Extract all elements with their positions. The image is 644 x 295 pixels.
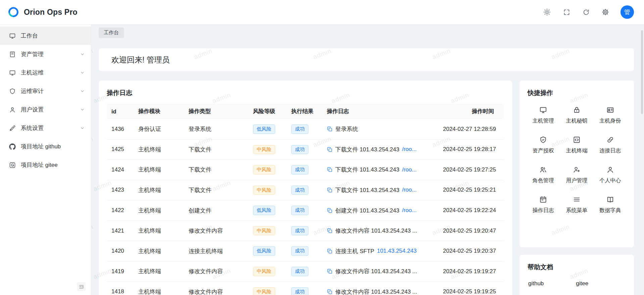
- help-link-github[interactable]: github: [528, 280, 544, 287]
- settings-gear-icon[interactable]: [601, 8, 610, 16]
- copy-icon[interactable]: [327, 268, 333, 274]
- cell-type: 下载文件: [184, 180, 248, 200]
- user-icon: [9, 106, 16, 113]
- main-area: 工作台 adminadminadminadminadminadminadmina…: [91, 24, 644, 295]
- refresh-icon[interactable]: [582, 8, 590, 16]
- copy-icon[interactable]: [327, 187, 333, 193]
- tool-icon: [9, 125, 16, 132]
- cell-time: 2024-02-25 19:22:24: [438, 200, 504, 221]
- column-header-type: 操作类型: [184, 104, 248, 119]
- cell-risk: 中风险: [248, 139, 287, 160]
- quick-action-host-identity[interactable]: 主机身份: [594, 106, 626, 125]
- cell-time: 2024-02-25 19:27:25: [438, 160, 504, 180]
- top-bar: Orion Ops Pro 管: [0, 0, 644, 24]
- sidebar-item-assets[interactable]: 资产管理: [0, 45, 91, 63]
- theme-icon[interactable]: [543, 8, 551, 16]
- copy-icon[interactable]: [327, 248, 333, 254]
- quick-action-data-dict[interactable]: 数据字典: [594, 196, 626, 214]
- quick-action-role-manage[interactable]: 角色管理: [528, 166, 559, 184]
- quick-actions-grid: 主机管理 主机秘钥 主机身份: [528, 97, 626, 214]
- cell-log: 连接主机 SFTP 101.43.254.243: [322, 241, 438, 261]
- team-icon: [539, 166, 547, 174]
- sidebar-collapse-icon[interactable]: [77, 282, 86, 291]
- risk-badge: 中风险: [253, 226, 275, 236]
- sidebar-item-workbench[interactable]: 工作台: [0, 27, 91, 45]
- quick-action-host-manage[interactable]: 主机管理: [528, 106, 559, 125]
- column-header-id: id: [107, 104, 134, 119]
- sidebar-item-audit[interactable]: 运维审计: [0, 82, 91, 100]
- sidebar-item-label: 主机运维: [21, 69, 44, 77]
- copy-icon[interactable]: [327, 126, 333, 132]
- copy-icon[interactable]: [327, 167, 333, 173]
- monitor-icon: [9, 69, 16, 76]
- log-link[interactable]: /roo...: [402, 207, 416, 214]
- cell-id: 1436: [107, 119, 134, 139]
- cell-id: 1419: [107, 261, 134, 282]
- watermark-text: admin: [91, 135, 94, 149]
- result-badge: 成功: [291, 125, 308, 134]
- sidebar-item-gitee[interactable]: 项目地址 gitee: [0, 156, 91, 174]
- result-badge: 成功: [291, 287, 308, 295]
- tag-bar: 工作台: [91, 24, 644, 41]
- log-link[interactable]: 101.43.254.243: [377, 248, 416, 254]
- user-avatar[interactable]: 管: [621, 5, 634, 19]
- panel-title-operation-log: 操作日志: [107, 89, 504, 97]
- github-icon: [9, 143, 16, 150]
- cell-module: 主机终端: [134, 282, 184, 295]
- result-badge: 成功: [291, 246, 308, 256]
- cell-module: 身份认证: [134, 119, 184, 139]
- help-link-gitee[interactable]: gitee: [576, 280, 588, 287]
- table-row: 1420 主机终端 连接主机终端 低风险 成功 连接主机 SFTP: [107, 241, 504, 261]
- copy-icon[interactable]: [327, 228, 333, 234]
- quick-action-connect-log[interactable]: 连接日志: [594, 136, 626, 154]
- cell-module: 主机终端: [134, 200, 184, 221]
- risk-badge: 中风险: [253, 287, 275, 295]
- chevron-down-icon: [80, 107, 85, 112]
- quick-actions-panel: 快捷操作 主机管理 主机秘钥: [519, 81, 634, 247]
- table-row: 1421 主机终端 修改文件内容 中风险 成功 修改文件内容 101.43.25…: [107, 220, 504, 241]
- log-text: 下载文件 101.43.254.243: [335, 146, 399, 153]
- sidebar-item-host-ops[interactable]: 主机运维: [0, 63, 91, 82]
- sidebar-item-system-settings[interactable]: 系统设置: [0, 119, 91, 137]
- calendar-icon: [539, 196, 547, 203]
- sidebar-item-github[interactable]: 项目地址 github: [0, 137, 91, 156]
- quick-action-user-manage[interactable]: 用户管理: [561, 166, 593, 184]
- log-text: 修改文件内容 101.43.254.243 ...: [335, 288, 417, 295]
- scrollbar-thumb[interactable]: [641, 30, 643, 114]
- log-link[interactable]: /roo...: [402, 146, 416, 153]
- quick-action-operation-log[interactable]: 操作日志: [528, 196, 559, 214]
- quick-action-asset-grant[interactable]: 资产授权: [528, 136, 559, 154]
- cell-time: 2024-02-25 19:28:17: [438, 139, 504, 160]
- help-links: github gitee: [528, 272, 626, 287]
- copy-icon[interactable]: [327, 147, 333, 152]
- table-row: 1436 身份认证 登录系统 低风险 成功 登录系统: [107, 119, 504, 139]
- result-badge: 成功: [291, 165, 308, 175]
- cell-id: 1423: [107, 180, 134, 200]
- sidebar-item-user-settings[interactable]: 用户设置: [0, 100, 91, 119]
- tab-workbench[interactable]: 工作台: [99, 28, 124, 38]
- copy-icon[interactable]: [327, 208, 333, 213]
- quick-action-system-menu[interactable]: 系统菜单: [561, 196, 593, 214]
- quick-action-host-key[interactable]: 主机秘钥: [561, 106, 593, 125]
- cell-id: 1425: [107, 139, 134, 160]
- cell-id: 1420: [107, 241, 134, 261]
- log-link[interactable]: /roo...: [402, 166, 416, 173]
- table-row: 1418 主机终端 修改文件内容 中风险 成功 修改文件内容 101.43.25…: [107, 282, 504, 295]
- risk-badge: 中风险: [253, 267, 275, 276]
- cell-log: 下载文件 101.43.254.243 /roo...: [322, 139, 438, 160]
- log-link[interactable]: /roo...: [402, 187, 416, 193]
- copy-icon[interactable]: [327, 289, 333, 295]
- quick-action-host-terminal[interactable]: 主机终端: [561, 136, 593, 154]
- log-text: 修改文件内容 101.43.254.243 ...: [335, 267, 417, 275]
- link-icon: [606, 136, 614, 144]
- column-header-risk: 风险等级: [248, 104, 287, 119]
- welcome-title: 欢迎回来! 管理员: [111, 55, 170, 65]
- table-row: 1419 主机终端 修改文件内容 中风险 成功 修改文件内容 101.43.25…: [107, 261, 504, 282]
- log-text: 下载文件 101.43.254.243: [335, 166, 399, 174]
- cell-id: 1421: [107, 220, 134, 241]
- cell-result: 成功: [287, 119, 322, 139]
- topbar-actions: 管: [543, 5, 634, 19]
- cell-result: 成功: [287, 241, 322, 261]
- quick-action-profile[interactable]: 个人中心: [594, 166, 626, 184]
- fullscreen-icon[interactable]: [562, 8, 571, 16]
